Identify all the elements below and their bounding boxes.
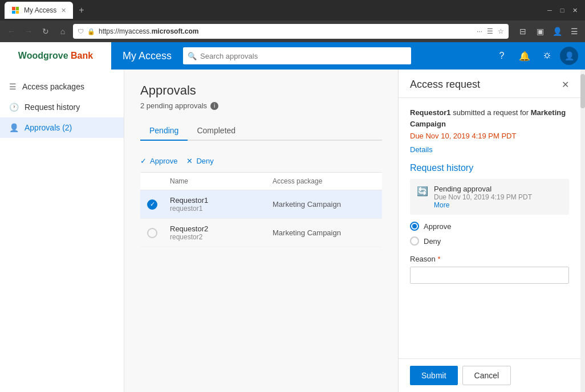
minimize-button[interactable]: ─ xyxy=(544,5,555,16)
approve-button[interactable]: ✓ Approve xyxy=(140,154,177,168)
request-description: Requestor1 submitted a request for Marke… xyxy=(410,107,569,129)
url-display: https://myaccess.microsoft.com xyxy=(99,27,473,35)
question-mark-icon: ? xyxy=(499,51,505,61)
forward-button[interactable]: → xyxy=(22,24,35,38)
row1-package: Marketing Campaign xyxy=(273,200,375,209)
search-input[interactable] xyxy=(200,52,407,60)
address-row: ← → ↻ ⌂ 🛡 🔒 https://myaccess.microsoft.c… xyxy=(0,21,585,42)
history-title-colored: history xyxy=(446,163,473,173)
approve-radio-circle[interactable] xyxy=(410,222,419,231)
deny-x-icon: ✕ xyxy=(186,157,193,165)
col-package: Access package xyxy=(273,177,375,185)
header-icons: ? 🔔 ⛭ 👤 xyxy=(491,46,585,66)
maximize-button[interactable]: □ xyxy=(556,5,568,16)
collections-icon[interactable]: ▣ xyxy=(534,25,546,38)
reading-list-icon[interactable]: ⊟ xyxy=(517,25,529,38)
approval-radio-group: Approve Deny xyxy=(410,222,569,246)
logo-area: Woodgrove Bank xyxy=(0,42,111,70)
sidebar-label-access-packages: Access packages xyxy=(22,82,84,91)
home-button[interactable]: ⌂ xyxy=(56,24,70,38)
menu-icon[interactable]: ☰ xyxy=(568,25,580,38)
sidebar-label-request-history: Request history xyxy=(25,103,80,112)
row1-checkbox[interactable]: ✓ xyxy=(147,199,157,210)
history-more-link[interactable]: More xyxy=(434,201,532,209)
search-icon: 🔍 xyxy=(188,52,197,60)
sidebar: ☰ Access packages 🕐 Request history 👤 Ap… xyxy=(0,70,124,392)
table-row[interactable]: Requestor2 requestor2 Marketing Campaign xyxy=(140,219,382,247)
address-bar[interactable]: 🛡 🔒 https://myaccess.microsoft.com ··· ☰… xyxy=(73,24,509,39)
reason-label: Reason * xyxy=(410,255,569,263)
row1-name-cell: Requestor1 requestor1 xyxy=(170,196,273,213)
tab-pending[interactable]: Pending xyxy=(140,121,188,141)
info-icon[interactable]: i xyxy=(210,102,218,110)
reason-label-text: Reason xyxy=(410,255,436,263)
approve-radio-item[interactable]: Approve xyxy=(410,222,569,231)
tab-close-btn[interactable]: ✕ xyxy=(61,7,66,14)
help-icon-button[interactable]: ? xyxy=(491,46,512,66)
row2-requester-name: Requestor2 xyxy=(170,224,273,233)
history-card-content: Pending approval Due Nov 10, 2019 4:19 P… xyxy=(434,185,532,209)
requester-name-bold: Requestor1 xyxy=(410,108,451,117)
new-tab-button[interactable]: + xyxy=(79,5,84,15)
logo-bank: Bank xyxy=(68,51,94,60)
tabs-container: Pending Completed xyxy=(140,121,382,141)
sidebar-item-request-history[interactable]: 🕐 Request history xyxy=(0,97,124,117)
history-due: Due Nov 10, 2019 4:19 PM PDT xyxy=(434,193,532,201)
table-row[interactable]: ✓ Requestor1 requestor1 Marketing Campai… xyxy=(140,190,382,219)
window-controls: ─ □ ✕ xyxy=(544,5,580,16)
app-title: My Access xyxy=(111,50,183,62)
sidebar-item-access-packages[interactable]: ☰ Access packages xyxy=(0,76,124,97)
row1-requester-name: Requestor1 xyxy=(170,196,273,205)
search-box[interactable]: 🔍 xyxy=(183,47,411,64)
approve-check-icon: ✓ xyxy=(140,157,147,165)
deny-button[interactable]: ✕ Deny xyxy=(186,154,213,168)
history-icon: 🕐 xyxy=(9,103,19,112)
browser-tab[interactable]: My Access ✕ xyxy=(5,2,73,19)
right-panel: Access request ✕ Requestor1 submitted a … xyxy=(398,70,580,392)
url-domain: microsoft.com xyxy=(152,27,199,35)
col-name: Name xyxy=(170,177,273,185)
sidebar-item-approvals[interactable]: 👤 Approvals (2) xyxy=(0,117,124,138)
submit-button[interactable]: Submit xyxy=(410,366,458,385)
profile-icon[interactable]: 👤 xyxy=(551,25,563,38)
address-actions: ··· ☰ ☆ xyxy=(477,27,504,35)
row2-package: Marketing Campaign xyxy=(273,228,375,237)
more-icon[interactable]: ··· xyxy=(477,27,482,35)
url-prefix: https://myaccess. xyxy=(99,27,152,35)
deny-radio-label: Deny xyxy=(424,237,441,246)
reason-input[interactable] xyxy=(410,267,569,284)
logo-woodgrove: Woodgrove xyxy=(18,51,68,60)
logo-text: Woodgrove Bank xyxy=(18,51,93,61)
user-avatar[interactable]: 👤 xyxy=(560,47,578,65)
table-header: Name Access package xyxy=(140,173,382,190)
row2-checkbox[interactable] xyxy=(147,228,157,238)
deny-radio-circle[interactable] xyxy=(410,236,419,246)
pending-count-text: 2 pending approvals xyxy=(140,101,207,110)
notification-button[interactable]: 🔔 xyxy=(514,46,535,66)
panel-close-button[interactable]: ✕ xyxy=(562,79,569,90)
reason-required-marker: * xyxy=(437,255,440,263)
cancel-button[interactable]: Cancel xyxy=(462,366,511,385)
deny-radio-item[interactable]: Deny xyxy=(410,236,569,246)
back-button[interactable]: ← xyxy=(5,24,18,38)
page-title: Approvals xyxy=(140,83,382,98)
scrollbar-track xyxy=(580,70,585,392)
browser-menu-area: ⊟ ▣ 👤 ☰ xyxy=(517,25,580,38)
approve-radio-label: Approve xyxy=(424,222,451,231)
row2-name-cell: Requestor2 requestor2 xyxy=(170,224,273,241)
tab-completed-label: Completed xyxy=(197,126,235,135)
row2-requester-id: requestor2 xyxy=(170,233,273,241)
close-button[interactable]: ✕ xyxy=(569,5,580,16)
tab-completed[interactable]: Completed xyxy=(188,121,245,141)
history-section-title: Request history xyxy=(410,163,569,173)
details-link[interactable]: Details xyxy=(410,145,433,154)
star-icon[interactable]: ☆ xyxy=(498,27,504,35)
panel-title: Access request xyxy=(410,79,480,91)
right-panel-wrapper: Access request ✕ Requestor1 submitted a … xyxy=(398,70,585,392)
deny-label: Deny xyxy=(196,157,213,165)
org-chart-button[interactable]: ⛭ xyxy=(537,46,558,66)
org-icon: ⛭ xyxy=(543,51,552,61)
scrollbar-thumb[interactable] xyxy=(580,74,585,108)
bookmark-icon[interactable]: ☰ xyxy=(487,27,493,35)
refresh-button[interactable]: ↻ xyxy=(39,24,52,38)
